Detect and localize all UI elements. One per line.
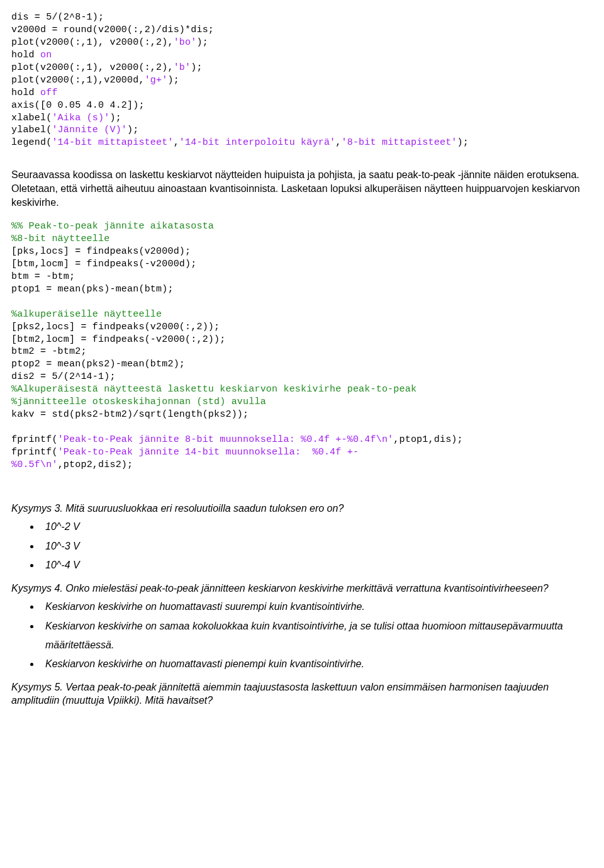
code-comment: %alkuperäiselle näytteelle [11,309,162,320]
code-line: [btm,locm] = findpeaks(-v2000d); [11,259,196,269]
q3-option-1: 10^-2 V [40,517,593,536]
code-line: plot(v2000(:,1), v2000(:,2), [11,62,174,73]
code-string: 'Aika (s)' [52,113,109,123]
code-text: , [174,137,179,148]
code-line: axis([0 0.05 4.0 4.2]); [11,100,145,111]
code-text: ,ptop1,dis); [393,434,462,445]
code-block-2: %% Peak-to-peak jännite aikatasosta %8-b… [11,220,593,471]
code-string: 'Peak-to-Peak jännite 8-bit muunnoksella… [58,434,394,445]
code-line: [pks,locs] = findpeaks(v2000d); [11,246,191,257]
code-line: plot(v2000(:,1),v2000d, [11,75,145,86]
code-text: ); [196,37,208,48]
question-4-options: Keskiarvon keskivirhe on huomattavasti s… [11,597,593,674]
code-string: 'Jännite (V)' [52,125,127,135]
code-text: ,ptop2,dis2); [58,459,133,470]
code-line: dis2 = 5/(2^14-1); [11,371,116,382]
q3-option-3: 10^-4 V [40,556,593,575]
code-string: 'b' [174,62,191,73]
code-line: ptop1 = mean(pks)-mean(btm); [11,284,174,295]
q4-option-1: Keskiarvon keskivirhe on huomattavasti s… [40,597,593,616]
code-keyword: off [40,87,58,98]
code-text: hold [11,50,40,60]
code-text: ); [191,62,202,73]
code-string: 'bo' [174,37,197,48]
code-text: ); [109,113,121,123]
code-text: fprintf( [11,434,58,445]
question-4-title: Kysymys 4. Onko mielestäsi peak-to-peak … [11,582,593,595]
code-string: 'Peak-to-Peak jännite 14-bit muunnoksell… [58,447,359,458]
code-line: [btm2,locm] = findpeaks(-v2000(:,2)); [11,334,225,345]
paragraph-intro: Seuraavassa koodissa on laskettu keskiar… [11,168,593,209]
code-line: plot(v2000(:,1), v2000(:,2), [11,37,174,48]
code-text: , [335,137,341,148]
code-line: kakv = std(pks2-btm2)/sqrt(length(pks2))… [11,409,249,420]
code-comment: %% Peak-to-peak jännite aikatasosta [11,221,214,232]
question-3-title: Kysymys 3. Mitä suuruusluokkaa eri resol… [11,502,593,516]
code-comment: %jännitteelle otoskeskihajonnan (std) av… [11,397,266,407]
code-line: btm2 = -btm2; [11,346,87,357]
code-comment: %Alkuperäisestä näytteestä laskettu kesk… [11,384,417,395]
code-keyword: on [40,50,52,60]
code-text: fprintf( [11,447,58,458]
code-comment: %8-bit näytteelle [11,234,109,244]
code-string: %0.5f\n' [11,459,58,470]
question-5-title: Kysymys 5. Vertaa peak-to-peak jännitett… [11,680,593,707]
code-string: '8-bit mittapisteet' [342,137,457,148]
code-string: 'g+' [145,75,168,86]
question-3-options: 10^-2 V 10^-3 V 10^-4 V [11,517,593,575]
code-line: v2000d = round(v2000(:,2)/dis)*dis; [11,25,214,35]
code-text: ylabel( [11,125,52,135]
code-string: '14-bit interpoloitu käyrä' [179,137,335,148]
code-line: dis = 5/(2^8-1); [11,12,104,23]
code-line: [pks2,locs] = findpeaks(v2000(:,2)); [11,322,220,332]
code-text: ); [127,125,138,135]
code-text: legend( [11,137,52,148]
q4-option-3: Keskiarvon keskivirhe on huomattavasti p… [40,655,593,674]
code-text: ); [167,75,179,86]
code-line: ptop2 = mean(pks2)-mean(btm2); [11,359,185,369]
code-line: btm = -btm; [11,271,75,282]
code-text: hold [11,87,40,98]
code-block-1: dis = 5/(2^8-1); v2000d = round(v2000(:,… [11,11,593,149]
code-text: ); [457,137,469,148]
q3-option-2: 10^-3 V [40,537,593,556]
code-text: xlabel( [11,113,52,123]
q4-option-2: Keskiarvon keskivirhe on samaa kokoluokk… [40,617,593,655]
code-string: '14-bit mittapisteet' [52,137,173,148]
